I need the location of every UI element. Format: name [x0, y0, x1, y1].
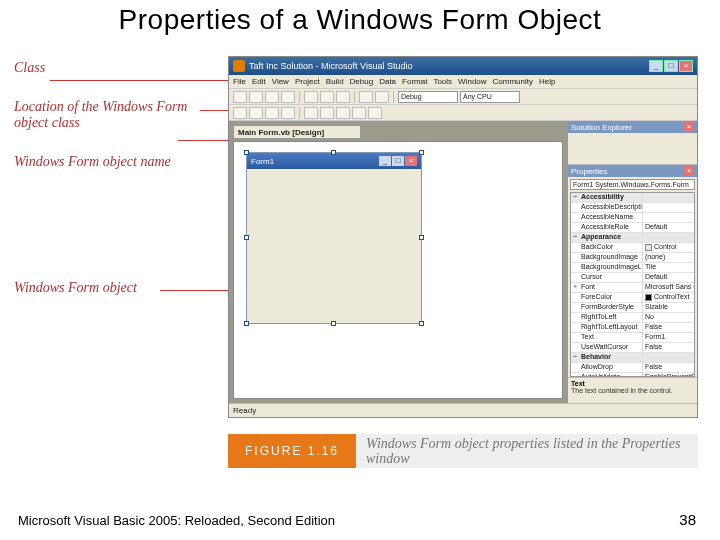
toolbar-button[interactable] [265, 91, 279, 103]
maximize-button[interactable]: □ [664, 60, 678, 72]
property-row[interactable]: BackColorControl [571, 243, 694, 253]
property-row[interactable]: AccessibleDescription [571, 203, 694, 213]
toolbar-button[interactable] [233, 107, 247, 119]
property-value[interactable]: Sizable [643, 303, 694, 312]
property-value[interactable]: No [643, 313, 694, 322]
slide-title: Properties of a Windows Form Object [0, 4, 720, 36]
property-value[interactable]: Default [643, 223, 694, 232]
property-value[interactable]: False [643, 363, 694, 372]
toolbar-button[interactable] [304, 91, 318, 103]
expand-icon[interactable]: − [571, 193, 579, 202]
minimize-button[interactable]: _ [649, 60, 663, 72]
resize-handle[interactable] [244, 235, 249, 240]
property-row[interactable]: FormBorderStyleSizable [571, 303, 694, 313]
toolbar-button[interactable] [352, 107, 366, 119]
property-name: AllowDrop [579, 363, 643, 372]
toolbar-button[interactable] [265, 107, 279, 119]
toolbar-button[interactable] [359, 91, 373, 103]
pane-close-icon[interactable]: × [684, 122, 694, 132]
pane-close-icon[interactable]: × [684, 166, 694, 176]
toolbar-1: Debug Any CPU [229, 89, 697, 105]
expand-icon [571, 333, 579, 342]
property-value[interactable]: Control [643, 243, 694, 252]
windows-form-object[interactable]: Form1 _ □ × [246, 152, 422, 324]
property-row[interactable]: AccessibleName [571, 213, 694, 223]
expand-icon[interactable]: − [571, 233, 579, 242]
property-row[interactable]: RightToLeftLayoutFalse [571, 323, 694, 333]
menu-item-community[interactable]: Community [493, 77, 533, 86]
toolbar-button[interactable] [249, 91, 263, 103]
config-combo[interactable]: Debug [398, 91, 458, 103]
property-row[interactable]: RightToLeftNo [571, 313, 694, 323]
figure-tag: FIGURE 1.16 [228, 434, 356, 468]
toolbar-button[interactable] [233, 91, 247, 103]
toolbar-separator [299, 91, 300, 103]
expand-icon [571, 363, 579, 372]
toolbar-button[interactable] [281, 91, 295, 103]
property-value[interactable]: ControlText [643, 293, 694, 302]
close-button[interactable]: × [679, 60, 693, 72]
property-row[interactable]: UseWaitCursorFalse [571, 343, 694, 353]
property-value[interactable]: False [643, 343, 694, 352]
resize-handle[interactable] [419, 150, 424, 155]
menu-item-format[interactable]: Format [402, 77, 427, 86]
toolbar-button[interactable] [368, 107, 382, 119]
toolbar-button[interactable] [320, 91, 334, 103]
platform-combo[interactable]: Any CPU [460, 91, 520, 103]
properties-grid[interactable]: −AccessibilityAccessibleDescriptionAcces… [570, 192, 695, 377]
resize-handle[interactable] [244, 321, 249, 326]
menu-item-tools[interactable]: Tools [433, 77, 452, 86]
resize-handle[interactable] [331, 150, 336, 155]
menu-item-edit[interactable]: Edit [252, 77, 266, 86]
toolbar-button[interactable] [320, 107, 334, 119]
resize-handle[interactable] [419, 321, 424, 326]
resize-handle[interactable] [419, 235, 424, 240]
property-value[interactable]: Microsoft Sans Serif [643, 283, 694, 292]
menu-item-window[interactable]: Window [458, 77, 486, 86]
expand-icon[interactable]: − [571, 353, 579, 362]
toolbar-button[interactable] [375, 91, 389, 103]
menu-item-project[interactable]: Project [295, 77, 320, 86]
property-value[interactable]: (none) [643, 253, 694, 262]
menu-item-build[interactable]: Build [326, 77, 344, 86]
property-row[interactable]: ForeColorControlText [571, 293, 694, 303]
form-maximize-icon[interactable]: □ [392, 156, 404, 166]
property-name: BackgroundImage [579, 253, 643, 262]
property-row[interactable]: +FontMicrosoft Sans Serif [571, 283, 694, 293]
menu-item-view[interactable]: View [272, 77, 289, 86]
property-value[interactable]: Tile [643, 263, 694, 272]
property-row[interactable]: BackgroundImageLayoutTile [571, 263, 694, 273]
property-value[interactable]: Default [643, 273, 694, 282]
form-close-icon[interactable]: × [405, 156, 417, 166]
property-value[interactable] [643, 213, 694, 222]
properties-object-selector[interactable]: Form1 System.Windows.Forms.Form [570, 179, 695, 190]
menu-item-file[interactable]: File [233, 77, 246, 86]
properties-pane: Properties × Form1 System.Windows.Forms.… [568, 165, 697, 403]
property-row[interactable]: CursorDefault [571, 273, 694, 283]
property-row[interactable]: AllowDropFalse [571, 363, 694, 373]
expand-icon[interactable]: + [571, 283, 579, 292]
document-tab[interactable]: Main Form.vb [Design] [233, 125, 361, 139]
annotation-class: Class [14, 60, 222, 75]
toolbar-button[interactable] [249, 107, 263, 119]
property-value[interactable] [643, 203, 694, 212]
property-value[interactable]: Form1 [643, 333, 694, 342]
form-minimize-icon[interactable]: _ [379, 156, 391, 166]
property-name: BackgroundImageLayout [579, 263, 643, 272]
toolbar-button[interactable] [304, 107, 318, 119]
menu-item-debug[interactable]: Debug [350, 77, 374, 86]
design-surface[interactable]: Form1 _ □ × [233, 141, 563, 399]
property-value[interactable]: False [643, 323, 694, 332]
toolbar-button[interactable] [336, 107, 350, 119]
toolbar-button[interactable] [336, 91, 350, 103]
toolbar-button[interactable] [281, 107, 295, 119]
resize-handle[interactable] [244, 150, 249, 155]
vs-app-icon [233, 60, 245, 72]
property-row[interactable]: BackgroundImage(none) [571, 253, 694, 263]
property-row[interactable]: TextForm1 [571, 333, 694, 343]
resize-handle[interactable] [331, 321, 336, 326]
menu-item-help[interactable]: Help [539, 77, 555, 86]
menu-item-data[interactable]: Data [379, 77, 396, 86]
property-row[interactable]: AccessibleRoleDefault [571, 223, 694, 233]
property-name: Behavior [579, 353, 643, 362]
